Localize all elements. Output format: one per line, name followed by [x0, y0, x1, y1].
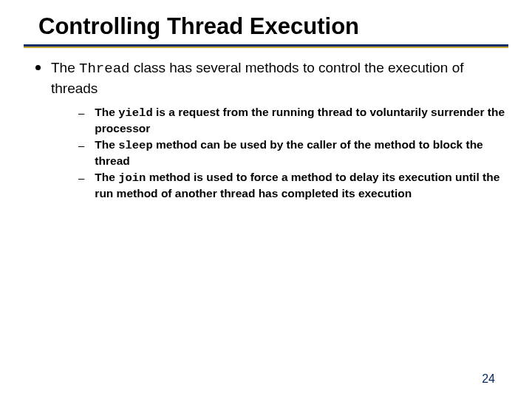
sub-bullet: – The join method is used to force a met…	[78, 170, 508, 201]
slide-content: The Thread class has several methods to …	[21, 48, 511, 201]
main-bullet-text: The Thread class has several methods to …	[51, 58, 508, 98]
sub-bullet: – The sleep method can be used by the ca…	[78, 137, 508, 168]
sub-bullet-list: – The yield is a request from the runnin…	[35, 102, 508, 201]
page-number: 24	[482, 372, 495, 386]
dash-icon: –	[78, 171, 84, 185]
sub-post: method is used to force a method to dela…	[95, 171, 499, 199]
bullet-dot-icon	[35, 65, 41, 70]
slide-title: Controlling Thread Execution	[21, 13, 511, 44]
sub-pre: The	[95, 171, 118, 183]
main-bullet: The Thread class has several methods to …	[35, 58, 508, 98]
sub-code: sleep	[118, 139, 153, 152]
slide: Controlling Thread Execution The Thread …	[0, 0, 532, 399]
dash-icon: –	[78, 138, 84, 153]
dash-icon: –	[78, 106, 84, 120]
sub-pre: The	[95, 106, 118, 118]
sub-pre: The	[95, 138, 118, 151]
sub-bullet: – The yield is a request from the runnin…	[78, 105, 508, 136]
sub-bullet-text: The join method is used to force a metho…	[95, 170, 508, 201]
main-bullet-code: Thread	[79, 61, 129, 77]
sub-post: is a request from the running thread to …	[95, 106, 505, 134]
sub-code: yield	[118, 106, 153, 120]
sub-post: method can be used by the caller of the …	[95, 138, 482, 166]
sub-bullet-text: The sleep method can be used by the call…	[95, 137, 508, 168]
sub-code: join	[118, 171, 146, 185]
sub-bullet-text: The yield is a request from the running …	[95, 105, 508, 136]
main-bullet-pre: The	[51, 60, 79, 75]
